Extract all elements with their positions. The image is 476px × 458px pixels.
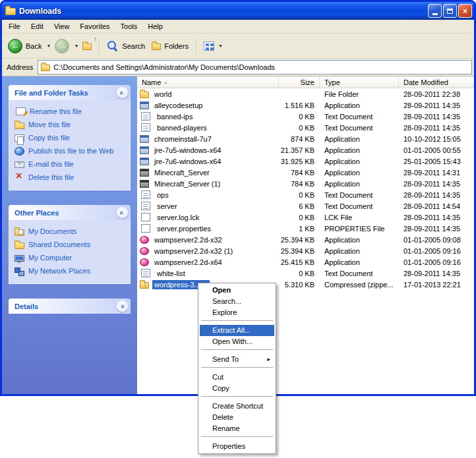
column-label: Date Modified <box>403 78 448 86</box>
column-header-date-modified[interactable]: Date Modified <box>399 76 474 88</box>
column-header-size[interactable]: Size <box>279 76 320 88</box>
panel-file-folder-tasks: File and Folder Tasks Rename this file M… <box>9 85 131 190</box>
context-menu-item[interactable]: Explore <box>200 307 274 318</box>
context-menu-item[interactable]: Copy <box>200 383 274 394</box>
address-input[interactable]: C:\Documents and Settings\Administrator\… <box>38 60 472 74</box>
context-menu-item[interactable]: Create Shortcut <box>200 401 274 412</box>
context-menu-item[interactable]: Send To <box>200 354 274 365</box>
context-menu-item[interactable] <box>200 436 274 441</box>
task-label: E-mail this file <box>28 160 73 168</box>
table-row[interactable]: world File Folder 28-09-2011 22:38 <box>137 88 474 100</box>
table-row[interactable]: ops 0 KB Text Document 28-09-2011 14:35 <box>137 189 474 200</box>
context-menu-item[interactable]: Extract All... <box>200 325 274 336</box>
collapse-chevron-icon[interactable] <box>117 207 128 218</box>
task-link[interactable]: E-mail this file <box>15 157 129 171</box>
file-date-modified: 28-09-2011 14:35 <box>399 225 474 233</box>
file-type: Application <box>320 135 399 143</box>
table-row[interactable]: Minecraft_Server 784 KB Application 28-0… <box>137 167 474 178</box>
table-row[interactable]: white-list 0 KB Text Document 28-09-2011… <box>137 268 474 279</box>
context-menu-item[interactable]: Rename <box>200 423 274 434</box>
file-type-icon <box>141 202 150 210</box>
place-link[interactable]: My Network Places <box>15 264 129 277</box>
file-type: File Folder <box>320 90 399 98</box>
column-header-type[interactable]: Type <box>320 76 399 88</box>
menubar-item[interactable]: Tools <box>115 21 143 32</box>
menubar-item[interactable]: Help <box>142 21 168 32</box>
task-label: Publish this file to the Web <box>28 147 113 155</box>
context-menu-item[interactable]: Cut <box>200 372 274 383</box>
place-link[interactable]: My Documents <box>15 225 129 238</box>
forward-dropdown-icon[interactable]: ▼ <box>74 43 78 48</box>
task-link[interactable]: Move this file <box>15 118 129 131</box>
context-menu-item[interactable]: Search... <box>200 296 274 307</box>
menubar-item[interactable]: File <box>3 21 26 32</box>
table-row[interactable]: jre-7u5-windows-x64 21.357 KB Applicatio… <box>137 144 474 156</box>
table-row[interactable]: wordpress-3... 5.310 KB Compressed (zipp… <box>137 279 474 290</box>
close-button[interactable]: × <box>458 4 472 18</box>
place-link[interactable]: Shared Documents <box>15 238 129 251</box>
menubar-item[interactable]: View <box>49 21 75 32</box>
task-link[interactable]: Publish this file to the Web <box>15 144 129 157</box>
panel-title: File and Folder Tasks <box>15 89 88 97</box>
table-row[interactable]: wampserver2.2d-x32 25.394 KB Application… <box>137 234 474 245</box>
forward-button[interactable]: → <box>52 37 72 55</box>
table-row[interactable]: Minecraft_Server (1) 784 KB Application … <box>137 178 474 189</box>
file-date-modified: 28-09-2011 14:35 <box>399 113 474 121</box>
search-button[interactable]: Search <box>104 38 148 54</box>
back-dropdown-icon[interactable]: ▼ <box>46 43 51 48</box>
table-row[interactable]: jre-7u6-windows-x64 31.925 KB Applicatio… <box>137 156 474 167</box>
place-link[interactable]: My Computer <box>15 251 129 264</box>
panel-header-file-folder-tasks[interactable]: File and Folder Tasks <box>9 85 131 100</box>
file-size: 21.357 KB <box>279 146 320 154</box>
file-name: banned-players <box>155 123 209 132</box>
file-type: Application <box>320 247 399 255</box>
file-list: Name ▴ Size Type Date Modified world Fil… <box>137 76 474 394</box>
context-menu-item[interactable] <box>200 367 274 372</box>
file-type-icon <box>140 157 149 165</box>
column-header-name[interactable]: Name ▴ <box>137 76 279 88</box>
back-button[interactable]: ← Back <box>5 37 44 55</box>
table-row[interactable]: wampserver2.2d-x32 (1) 25.394 KB Applica… <box>137 245 474 256</box>
folders-button[interactable]: Folders <box>149 40 191 52</box>
panel-header-details[interactable]: Details <box>9 299 131 314</box>
maximize-button[interactable] <box>443 4 457 18</box>
table-row[interactable]: wampserver2.2d-x64 25.415 KB Application… <box>137 256 474 268</box>
table-row[interactable]: server 6 KB Text Document 28-09-2011 14:… <box>137 200 474 212</box>
minimize-button[interactable] <box>428 4 442 18</box>
table-row[interactable]: chromeinstall-7u7 874 KB Application 10-… <box>137 133 474 144</box>
task-link[interactable]: Delete this file <box>15 171 129 184</box>
context-menu-item[interactable] <box>200 396 274 401</box>
context-menu-item[interactable]: Open With... <box>200 336 274 347</box>
window-titlebar[interactable]: Downloads × <box>2 2 474 20</box>
context-menu-item[interactable]: Properties <box>200 441 274 452</box>
file-size: 0 KB <box>279 113 320 121</box>
file-type: Application <box>320 258 399 266</box>
file-type-icon <box>141 269 150 277</box>
file-type-icon <box>141 112 150 121</box>
up-button[interactable] <box>80 40 94 52</box>
collapse-chevron-icon[interactable] <box>117 87 128 98</box>
panel-header-other-places[interactable]: Other Places <box>9 205 131 220</box>
task-link[interactable]: Rename this file <box>15 105 129 118</box>
context-menu-item[interactable] <box>200 349 274 354</box>
file-size: 874 KB <box>279 135 320 143</box>
place-label: Shared Documents <box>28 241 90 248</box>
file-type: Application <box>320 101 399 109</box>
table-row[interactable]: banned-ips 0 KB Text Document 28-09-2011… <box>137 111 474 122</box>
file-type-icon <box>140 169 149 177</box>
context-menu-item[interactable]: Open <box>200 285 274 296</box>
sort-indicator-icon: ▴ <box>164 79 167 85</box>
table-row[interactable]: banned-players 0 KB Text Document 28-09-… <box>137 122 474 133</box>
panel-other-places: Other Places My Documents Shared Documen… <box>9 205 131 284</box>
task-link[interactable]: Copy this file <box>15 131 129 144</box>
table-row[interactable]: server.log.lck 0 KB LCK File 28-09-2011 … <box>137 212 474 223</box>
context-menu-item[interactable] <box>200 320 274 325</box>
table-row[interactable]: alleycodesetup 1.516 KB Application 28-0… <box>137 100 474 111</box>
context-menu-item[interactable]: Delete <box>200 412 274 423</box>
menubar-item[interactable]: Favorites <box>74 21 115 32</box>
menubar-item[interactable]: Edit <box>26 21 49 32</box>
table-row[interactable]: server.properties 1 KB PROPERTIES File 2… <box>137 223 474 234</box>
views-button[interactable]: ▼ <box>201 40 225 53</box>
expand-chevron-icon[interactable] <box>117 301 128 312</box>
file-date-modified: 01-01-2005 09:16 <box>399 258 474 266</box>
